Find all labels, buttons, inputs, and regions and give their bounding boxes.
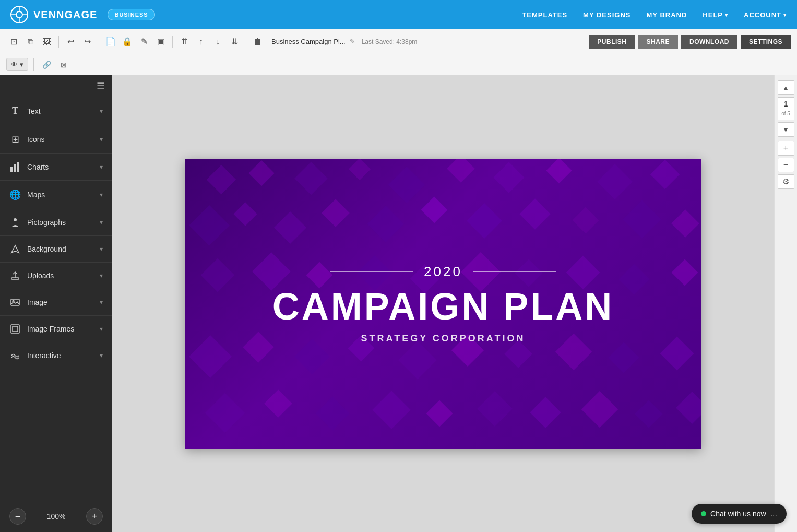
- slide-title: CAMPAIGN PLAN: [272, 285, 614, 328]
- text-icon: T: [9, 105, 21, 116]
- sidebar-item-pictographs[interactable]: Pictographs ▾: [0, 209, 112, 236]
- tool-page-icon[interactable]: 📄: [103, 34, 118, 49]
- tool-redo-icon[interactable]: ↪: [80, 34, 94, 49]
- tool-delete-icon[interactable]: 🗑: [251, 34, 265, 49]
- sidebar-item-image[interactable]: Image ▾: [0, 289, 112, 316]
- settings-button[interactable]: SETTINGS: [741, 35, 791, 49]
- sidebar-item-image-frames[interactable]: Image Frames ▾: [0, 316, 112, 342]
- nav-account[interactable]: ACCOUNT ▾: [744, 11, 787, 19]
- sidebar-label-image: Image: [27, 298, 47, 306]
- sidebar-label-interactive: Interactive: [27, 351, 61, 360]
- canvas-area[interactable]: 2020 CAMPAIGN PLAN STRATEGY CORPORATION: [112, 75, 774, 532]
- publish-button[interactable]: PUBLISH: [589, 35, 635, 49]
- zoom-minus-button[interactable]: −: [778, 158, 794, 172]
- crop-tool[interactable]: ⊠: [57, 58, 70, 71]
- nav-my-designs[interactable]: MY DESIGNS: [583, 11, 631, 19]
- image-icon: [9, 298, 21, 307]
- settings-gear-button[interactable]: ⚙: [778, 174, 794, 189]
- pictographs-icon: [9, 218, 21, 227]
- dropdown-arrow-icon: ▾: [20, 61, 23, 68]
- zoom-in-button[interactable]: +: [86, 508, 103, 525]
- sidebar-item-maps[interactable]: 🌐 Maps ▾: [0, 181, 112, 209]
- sidebar-label-background: Background: [27, 245, 66, 253]
- zoom-plus-button[interactable]: +: [778, 141, 794, 156]
- sidebar-item-icons[interactable]: ⊞ Icons ▾: [0, 125, 112, 154]
- svg-rect-10: [11, 278, 19, 279]
- nav-my-brand[interactable]: MY BRAND: [647, 11, 687, 19]
- slide-content: 2020 CAMPAIGN PLAN STRATEGY CORPORATION: [185, 159, 701, 449]
- slide-line-left: [330, 271, 413, 272]
- image-frames-icon: [9, 324, 21, 334]
- edit-icon[interactable]: ✎: [350, 38, 355, 45]
- tool-copy-icon[interactable]: ⧉: [23, 34, 38, 49]
- tool-image-icon[interactable]: 🖼: [40, 34, 54, 49]
- svg-point-9: [14, 218, 17, 221]
- share-button[interactable]: SHARE: [638, 35, 678, 49]
- nav-links: TEMPLATES MY DESIGNS MY BRAND HELP ▾ ACC…: [522, 11, 787, 19]
- sidebar-label-image-frames: Image Frames: [27, 325, 74, 333]
- tool-send-backward-icon[interactable]: ↓: [210, 34, 225, 49]
- background-icon: [9, 244, 21, 254]
- sidebar-label-uploads: Uploads: [27, 271, 54, 280]
- nav-help[interactable]: HELP ▾: [703, 11, 728, 19]
- link-tool[interactable]: 🔗: [39, 58, 54, 71]
- icons-icon: ⊞: [9, 134, 21, 145]
- chevron-down-icon-maps: ▾: [100, 191, 103, 198]
- toolbar-sep-2: [99, 36, 99, 48]
- chat-widget[interactable]: Chat with us now ...: [692, 504, 787, 524]
- hamburger-icon[interactable]: ☰: [97, 80, 105, 92]
- chevron-down-icon-interactive: ▾: [100, 352, 103, 359]
- toolbar-row1: ⊡ ⧉ 🖼 ↩ ↪ 📄 🔒 ✎ ▣ ⇈ ↑ ↓ ⇊ 🗑 Business Cam…: [0, 29, 797, 54]
- main-area: ☰ T Text ▾ ⊞ Icons ▾: [0, 75, 797, 532]
- toolbar-saved: Last Saved: 4:38pm: [362, 38, 418, 45]
- slide-year: 2020: [424, 264, 462, 280]
- sidebar-item-charts[interactable]: Charts ▾: [0, 154, 112, 181]
- sidebar-item-background[interactable]: Background ▾: [0, 236, 112, 263]
- chevron-down-icon-uploads: ▾: [100, 272, 103, 279]
- page-down-button[interactable]: ▼: [778, 122, 794, 137]
- app-name: VENNGAGE: [33, 9, 97, 21]
- uploads-icon: [9, 271, 21, 280]
- toolbar-sep-1: [58, 36, 59, 48]
- svg-rect-8: [17, 162, 19, 172]
- chevron-down-icon-image-frames: ▾: [100, 325, 103, 333]
- tool-undo-icon[interactable]: ↩: [63, 34, 78, 49]
- tool-send-back-icon[interactable]: ⇊: [227, 34, 242, 49]
- page-current: 1: [778, 100, 794, 108]
- page-indicator: 1 of 5: [778, 97, 794, 120]
- left-sidebar: ☰ T Text ▾ ⊞ Icons ▾: [0, 75, 112, 532]
- slide-year-row: 2020: [330, 264, 556, 280]
- tool-edit-icon[interactable]: ✎: [137, 34, 151, 49]
- sidebar-item-uploads[interactable]: Uploads ▾: [0, 263, 112, 289]
- eye-icon: 👁: [11, 61, 18, 68]
- tool-lock-icon[interactable]: 🔒: [120, 34, 135, 49]
- sidebar-label-charts: Charts: [27, 163, 49, 171]
- canvas-slide[interactable]: 2020 CAMPAIGN PLAN STRATEGY CORPORATION: [185, 159, 701, 449]
- chevron-down-icon-image: ▾: [100, 299, 103, 306]
- chat-label: Chat with us now: [710, 510, 766, 518]
- chevron-down-icon-pictographs: ▾: [100, 219, 103, 226]
- sidebar-label-pictographs: Pictographs: [27, 218, 66, 227]
- chat-online-dot: [701, 511, 706, 516]
- sidebar-label-text: Text: [27, 107, 41, 115]
- chevron-down-icon-icons: ▾: [100, 136, 103, 143]
- svg-rect-7: [14, 164, 16, 172]
- interactive-icon: [9, 351, 21, 360]
- tool-bring-forward-icon[interactable]: ↑: [194, 34, 208, 49]
- svg-rect-14: [13, 326, 18, 332]
- toolbar-filename: Business Campaign Pl...: [271, 38, 346, 45]
- chevron-down-icon: ▾: [100, 108, 103, 115]
- zoom-value: 100%: [47, 512, 66, 521]
- zoom-out-button[interactable]: −: [9, 508, 26, 525]
- toolbar-row2: 👁 ▾ 🔗 ⊠: [0, 54, 797, 75]
- sidebar-item-interactive[interactable]: Interactive ▾: [0, 342, 112, 369]
- tool-frame-icon[interactable]: ⊡: [6, 34, 21, 49]
- sidebar-item-text[interactable]: T Text ▾: [0, 97, 112, 125]
- charts-icon: [9, 162, 21, 172]
- view-mode-dropdown[interactable]: 👁 ▾: [6, 58, 28, 71]
- tool-bring-front-icon[interactable]: ⇈: [177, 34, 192, 49]
- download-button[interactable]: DOWNLOAD: [681, 35, 737, 49]
- page-up-button[interactable]: ▲: [778, 80, 794, 95]
- nav-templates[interactable]: TEMPLATES: [522, 11, 567, 19]
- tool-group-icon[interactable]: ▣: [153, 34, 168, 49]
